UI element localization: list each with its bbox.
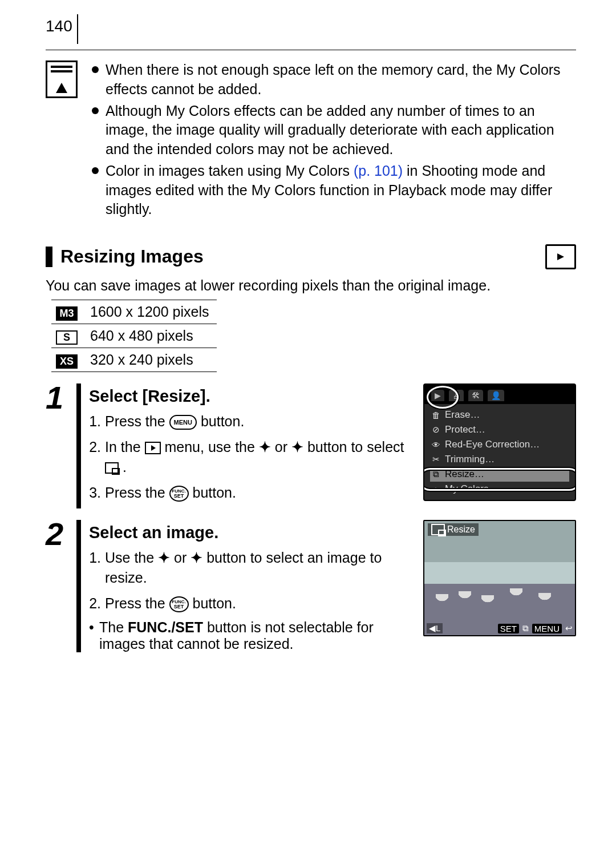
protect-icon: ⊘: [431, 425, 440, 435]
section-heading-row: Resizing Images: [46, 244, 576, 269]
text: menu, use the: [164, 439, 258, 455]
text: button.: [193, 595, 236, 611]
text: Use the: [105, 550, 158, 566]
step-1-sub-3: Press the button.: [105, 483, 413, 503]
step-1-sub-2: In the menu, use the ✦ or ✦ button to se…: [105, 437, 413, 477]
size-badge-xs: XS: [56, 354, 78, 369]
text: Press the: [105, 485, 169, 500]
func-set-button-icon: [169, 486, 189, 502]
highlight-circle-icon: [427, 386, 459, 409]
step-bar: [76, 520, 81, 652]
step-2-sub-2: Press the button.: [105, 594, 413, 613]
screen-bottom-left: ◀L: [427, 623, 443, 633]
text: .: [123, 459, 127, 475]
text: The: [99, 619, 128, 635]
highlight-ring-icon: [423, 468, 576, 491]
playback-mode-icon: [545, 244, 576, 269]
step-1-screenshot: ▶ 🖨 🛠 👤 🗑Erase… ⊘Protect… 👁Red-Eye Corre…: [423, 383, 576, 508]
down-arrow-icon: ✦: [291, 439, 303, 455]
step-number: 1: [46, 383, 74, 412]
back-icon: ↩: [565, 623, 573, 633]
step-bar: [76, 383, 81, 508]
menu-item-redeye: 👁Red-Eye Correction…: [430, 437, 569, 452]
resize-menu-icon: [105, 462, 119, 474]
section-title: Resizing Images: [46, 247, 204, 267]
redeye-icon: 👁: [431, 440, 440, 450]
menu-label: Trimming…: [445, 454, 495, 465]
up-arrow-icon: ✦: [259, 439, 271, 455]
text: Press the: [105, 413, 169, 429]
menu-label: Red-Eye Correction…: [445, 439, 540, 450]
size-value: 640 x 480 pixels: [82, 324, 217, 348]
screen-title: Resize: [428, 523, 479, 536]
size-badge-s: S: [56, 330, 78, 345]
note-text: Color in images taken using My Colors: [106, 163, 354, 179]
tab-tools: 🛠: [468, 390, 483, 401]
screen-title-text: Resize: [447, 524, 475, 535]
tab-user: 👤: [488, 390, 504, 401]
page-number: 140: [46, 17, 78, 35]
func-set-button-icon: [169, 596, 189, 612]
svg-marker-0: [557, 253, 564, 260]
step-1-text: Select [Resize]. Press the button. In th…: [89, 383, 413, 508]
text: or: [275, 439, 291, 455]
note-item: Although My Colors effects can be added …: [92, 102, 576, 159]
menu-label: Protect…: [445, 424, 485, 435]
note-item: When there is not enough space left on t…: [92, 60, 576, 99]
table-row: XS 320 x 240 pixels: [51, 348, 217, 372]
text: In the: [105, 439, 145, 455]
size-value: 1600 x 1200 pixels: [82, 300, 217, 324]
text: button.: [193, 485, 236, 500]
menu-label: Erase…: [445, 409, 480, 421]
text: button to select: [307, 439, 404, 455]
resize-icon: ⧉: [522, 623, 529, 633]
menu-button-icon: [169, 415, 197, 430]
set-chip: SET: [498, 624, 519, 633]
step-1-sub-1: Press the button.: [105, 411, 413, 431]
left-arrow-icon: ✦: [158, 550, 170, 566]
step-2: 2 Select an image. Use the ✦ or ✦ button…: [46, 520, 576, 652]
table-row: M3 1600 x 1200 pixels: [51, 300, 217, 324]
step-2-screenshot: Resize ◀L SET ⧉ MEN: [423, 520, 576, 652]
step-1-title: Select [Resize].: [89, 387, 413, 406]
size-value: 320 x 240 pixels: [82, 348, 217, 372]
text: or: [174, 550, 191, 566]
step-2-note: The FUNC./SET button is not selectable f…: [89, 619, 413, 652]
section-intro: You can save images at lower recording p…: [46, 277, 576, 294]
table-row: S 640 x 480 pixels: [51, 324, 217, 348]
playback-menu-icon: [145, 442, 161, 454]
step-1: 1 Select [Resize]. Press the button. In …: [46, 383, 576, 508]
menu-item-trimming: ✂Trimming…: [430, 452, 569, 467]
note-list: When there is not enough space left on t…: [92, 60, 576, 221]
step-2-sub-1: Use the ✦ or ✦ button to select an image…: [105, 548, 413, 588]
right-arrow-icon: ✦: [191, 550, 202, 566]
text: Press the: [105, 595, 169, 611]
menu-item-erase: 🗑Erase…: [430, 407, 569, 422]
resize-size-table: M3 1600 x 1200 pixels S 640 x 480 pixels…: [51, 300, 217, 372]
divider-top: [46, 50, 576, 50]
note-item: Color in images taken using My Colors (p…: [92, 162, 576, 219]
size-badge-m3: M3: [56, 306, 78, 321]
info-note-block: When there is not enough space left on t…: [46, 60, 576, 221]
menu-item-protect: ⊘Protect…: [430, 422, 569, 437]
text: button.: [201, 413, 244, 429]
erase-icon: 🗑: [431, 410, 440, 420]
screen-bottom-right: SET ⧉ MENU ↩: [498, 623, 573, 633]
step-2-title: Select an image.: [89, 523, 413, 542]
page-reference-link[interactable]: (p. 101): [354, 163, 403, 179]
trim-icon: ✂: [431, 454, 440, 465]
resize-icon: [431, 524, 445, 535]
note-icon: [46, 60, 78, 98]
text-bold: FUNC./SET: [128, 619, 203, 635]
menu-chip: MENU: [532, 624, 562, 633]
step-number: 2: [46, 520, 74, 548]
step-2-text: Select an image. Use the ✦ or ✦ button t…: [89, 520, 413, 652]
